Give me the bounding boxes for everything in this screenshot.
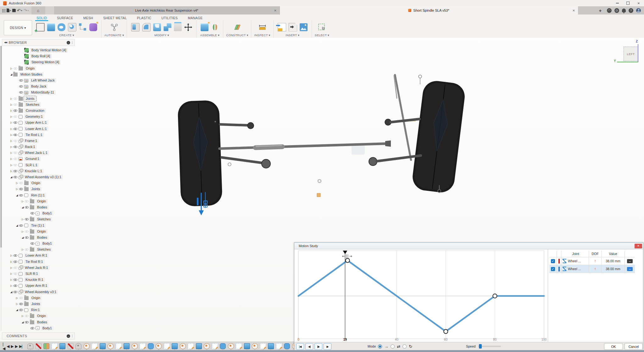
browser-item-sketches[interactable]: ▷Sketches [2, 247, 79, 253]
offset-face-icon[interactable] [174, 23, 182, 31]
timeline-feature-revolve-icon[interactable] [108, 343, 114, 349]
visibility-eye-icon[interactable] [13, 127, 18, 131]
timeline-feature-suppressed-icon[interactable] [36, 343, 42, 349]
timeline-feature-extrude-icon[interactable] [196, 343, 202, 349]
browser-item-upper-arm-l-1[interactable]: ▷Upper Arm L:1 [2, 120, 79, 126]
expand-arrow-icon[interactable]: ▷ [21, 230, 25, 233]
timeline-feature-suppressed-icon[interactable] [68, 343, 74, 349]
browser-item-motionstudy-11[interactable]: MotionStudy-11 [2, 89, 79, 95]
expand-arrow-icon[interactable]: ▷ [9, 133, 13, 136]
panel-grip-icon[interactable]: ❘ [71, 334, 74, 338]
expand-arrow-icon[interactable]: ◢ [9, 176, 13, 179]
create-group-label[interactable]: CREATE ▾ [59, 33, 74, 37]
expand-arrow-icon[interactable]: ▷ [9, 266, 13, 269]
browser-item-rack-1[interactable]: ▷Rack:1 [2, 144, 79, 150]
visibility-eye-icon[interactable] [25, 230, 29, 234]
expand-arrow-icon[interactable]: ▷ [9, 157, 13, 160]
browser-item-geometry-1[interactable]: ▷Geometry:1 [2, 114, 79, 120]
timeline-feature-revolve-icon[interactable] [252, 343, 258, 349]
browser-scrollbar[interactable] [0, 46, 2, 331]
visibility-eye-icon[interactable] [19, 90, 24, 94]
expand-arrow-icon[interactable]: ▷ [15, 182, 19, 185]
timeline-feature-revolve-icon[interactable] [204, 343, 210, 349]
browser-item-knuckle-l-1[interactable]: ▷Knuckle L:1 [2, 168, 79, 174]
visibility-eye-icon[interactable] [13, 278, 18, 282]
speed-slider-handle[interactable] [479, 344, 482, 349]
press-pull-icon[interactable] [131, 23, 140, 31]
visibility-eye-icon[interactable] [25, 199, 29, 203]
move-copy-icon[interactable] [184, 23, 192, 31]
visibility-eye-icon[interactable] [13, 115, 18, 119]
timeline-feature-extrude-icon[interactable] [59, 343, 65, 349]
browser-item-motion-studies[interactable]: ◢Motion Studies [2, 71, 79, 77]
insert-mesh-icon[interactable] [289, 23, 297, 31]
visibility-eye-icon[interactable] [13, 266, 18, 270]
expand-arrow-icon[interactable]: ▷ [21, 218, 25, 221]
remove-joint-button[interactable]: – [627, 259, 633, 263]
motion-study-header[interactable]: Motion Study ✕ [294, 243, 643, 249]
visibility-eye-icon[interactable] [13, 163, 18, 167]
visibility-eye-icon[interactable] [13, 133, 18, 137]
user-avatar[interactable] [636, 8, 641, 13]
workspace-selector[interactable]: DESIGN ▾ [4, 20, 32, 35]
visibility-eye-icon[interactable] [13, 157, 18, 161]
app-launcher-icon[interactable] [2, 9, 5, 12]
expand-arrow-icon[interactable]: ▷ [9, 121, 13, 124]
speed-slider[interactable] [478, 346, 501, 347]
expand-arrow-icon[interactable]: ▷ [9, 278, 13, 281]
timeline-feature-form-icon[interactable] [148, 343, 154, 349]
browser-item-lower-arm-r-1[interactable]: ▷Lower Arm R:1 [2, 253, 79, 258]
visibility-eye-icon[interactable] [13, 260, 18, 264]
timeline-feature-sketch-icon[interactable] [164, 343, 170, 349]
browser-item-origin[interactable]: ▷Origin [2, 65, 79, 71]
timeline-feature-revolve-icon[interactable] [156, 343, 162, 349]
panel-grip-icon[interactable]: ❘ [71, 41, 74, 44]
timeline-feature-sketch-icon[interactable] [140, 343, 146, 349]
visibility-eye-icon[interactable] [25, 205, 29, 209]
inspect-group-label[interactable]: INSPECT ▾ [254, 33, 270, 37]
timeline-feature-revolve-icon[interactable] [84, 343, 90, 349]
browser-item-slr-l-1[interactable]: ▷SLR L:1 [2, 162, 79, 168]
cancel-button[interactable]: Cancel [625, 343, 643, 350]
timeline-feature-joint-icon[interactable] [75, 343, 81, 349]
expand-arrow-icon[interactable]: ▷ [9, 151, 13, 154]
browser-item-body1[interactable]: Body1 [2, 325, 79, 331]
joint-table-row[interactable]: ✓Wheel ...↑38.00 mm– [549, 257, 635, 265]
go-to-end-icon[interactable]: ▶| [19, 344, 22, 349]
visibility-eye-icon[interactable] [13, 284, 18, 288]
expand-arrow-icon[interactable]: ◢ [21, 236, 25, 239]
browser-item-origin[interactable]: ▷Origin [2, 229, 79, 235]
ribbon-tab-surface[interactable]: SURFACE [52, 15, 78, 20]
ok-button[interactable]: OK [604, 343, 623, 350]
expand-arrow-icon[interactable]: ▷ [9, 139, 13, 142]
timeline-feature-component-icon[interactable] [43, 343, 49, 349]
expand-arrow-icon[interactable]: ▷ [21, 200, 25, 203]
browser-item-origin[interactable]: ▷Origin [2, 180, 79, 186]
timeline-feature-revolve-icon[interactable] [180, 343, 186, 349]
timeline-feature-joint-icon[interactable] [27, 343, 33, 349]
expand-arrow-icon[interactable]: ▷ [21, 248, 25, 251]
construct-group-label[interactable]: CONSTRUCT ▾ [226, 33, 248, 37]
visibility-eye-icon[interactable] [19, 302, 24, 306]
visibility-eye-icon[interactable] [19, 296, 24, 300]
expand-arrow-icon[interactable]: ▷ [9, 109, 13, 112]
step-forward-icon[interactable]: ▶ [15, 344, 17, 349]
browser-item-joints[interactable]: ▷Joints [2, 301, 79, 307]
measure-icon[interactable] [258, 23, 266, 31]
expand-arrow-icon[interactable]: ▷ [9, 170, 13, 173]
shell-icon[interactable] [153, 23, 161, 31]
scrollbar-thumb[interactable] [0, 46, 2, 247]
notifications-icon[interactable] [622, 9, 626, 12]
motion-study-close-icon[interactable]: ✕ [635, 244, 642, 248]
browser-header[interactable]: ◀◀ BROWSER – ❘ [2, 39, 75, 46]
expand-arrow-icon[interactable]: ▷ [21, 315, 25, 317]
visibility-eye-icon[interactable] [30, 211, 35, 215]
go-to-start-icon[interactable]: |◀ [3, 342, 5, 351]
expand-arrow-icon[interactable]: ◢ [9, 291, 13, 293]
remove-joint-button[interactable]: – [627, 267, 633, 271]
browser-item-wheel-assembly-v3-1[interactable]: ◢Wheel Assembly v3:1 [2, 289, 79, 295]
timeline-feature-sketch-icon[interactable] [236, 343, 242, 349]
close-tab-icon[interactable]: ✕ [274, 9, 276, 12]
expand-arrow-icon[interactable]: ◢ [21, 321, 25, 324]
joint-icon[interactable] [211, 23, 219, 31]
